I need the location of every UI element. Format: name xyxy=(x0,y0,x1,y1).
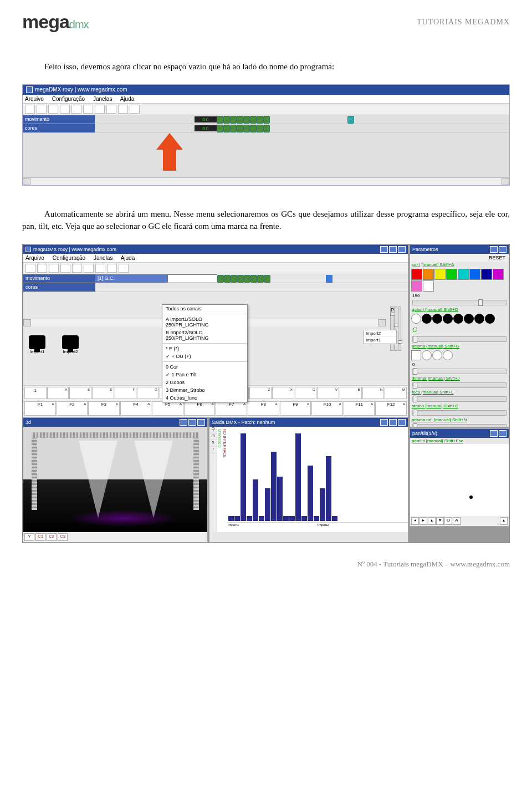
strobo-slider[interactable] xyxy=(412,410,507,416)
param-cor-label[interactable]: cor | [manual] Shift+A xyxy=(410,262,509,268)
toolbar-btn[interactable] xyxy=(107,264,117,273)
reset-button[interactable]: RESET xyxy=(410,254,509,262)
c3-btn[interactable]: C3 xyxy=(58,533,68,541)
green-block[interactable] xyxy=(264,275,270,283)
toolbar-btn[interactable] xyxy=(83,105,93,114)
input-cell[interactable] xyxy=(167,274,217,283)
fkey-f5[interactable]: F5A xyxy=(152,401,183,416)
key-g[interactable]: G xyxy=(137,387,159,399)
cyan-block[interactable] xyxy=(347,116,354,124)
ctx-ou[interactable]: + OU (+) xyxy=(162,353,247,360)
sidelist-item[interactable]: Import1 xyxy=(364,337,396,344)
menu-config[interactable]: Configuração xyxy=(53,255,85,261)
dmx-bar[interactable] xyxy=(234,516,240,520)
green-block[interactable] xyxy=(257,275,264,283)
scroll-track[interactable] xyxy=(30,178,502,185)
fkey-f9[interactable]: F9A xyxy=(280,401,311,416)
scroll-left-btn[interactable] xyxy=(23,178,30,185)
green-block[interactable] xyxy=(263,116,270,124)
color-cyan[interactable] xyxy=(458,269,469,280)
fkey-f10[interactable]: F10A xyxy=(311,401,343,416)
toolbar-btn[interactable] xyxy=(48,105,58,114)
dmx-bar[interactable] xyxy=(277,477,283,521)
green-block[interactable] xyxy=(223,116,230,124)
track-label[interactable]: cores xyxy=(23,124,95,132)
gobo-icon[interactable] xyxy=(453,314,463,324)
close-btn[interactable] xyxy=(398,419,406,426)
key-z[interactable]: Z xyxy=(249,387,272,399)
vslider-a[interactable] xyxy=(398,307,401,351)
menu-ajuda[interactable]: Ajuda xyxy=(120,96,135,102)
gobo-icon[interactable] xyxy=(432,314,442,324)
dmx-bar[interactable] xyxy=(289,516,295,520)
green-block[interactable] xyxy=(237,125,243,132)
toolbar-btn[interactable] xyxy=(25,264,35,273)
key-x[interactable]: X xyxy=(272,387,294,399)
key-a[interactable]: A xyxy=(47,387,69,399)
color-navy[interactable] xyxy=(481,269,492,280)
green-block[interactable] xyxy=(250,275,257,283)
dmx-bar[interactable] xyxy=(314,516,319,520)
gobo-icon[interactable] xyxy=(443,314,453,324)
toolbar-btn[interactable] xyxy=(106,105,116,114)
pt-btn[interactable]: ◂ xyxy=(411,517,419,525)
dmx-bar[interactable] xyxy=(247,516,252,520)
green-block[interactable] xyxy=(243,125,250,132)
horizontal-scrollbar[interactable] xyxy=(23,177,509,185)
gobo-icon[interactable] xyxy=(422,314,432,324)
fkey-f6[interactable]: F6A xyxy=(184,401,216,416)
cor-slider[interactable] xyxy=(412,300,507,305)
toolbar-btn[interactable] xyxy=(95,264,105,273)
vslider-p[interactable]: P xyxy=(390,307,393,351)
maximize-btn[interactable] xyxy=(389,246,397,253)
gobo-icon[interactable] xyxy=(464,314,474,324)
pantilt-xy-area[interactable] xyxy=(410,444,509,516)
ctx-gobos[interactable]: 2 Gobos xyxy=(162,379,247,386)
slider-thumb[interactable] xyxy=(398,340,402,344)
ctx-e[interactable]: * E (*) xyxy=(162,345,247,353)
menu-arquivo[interactable]: Arquivo xyxy=(25,96,44,102)
c1-btn[interactable]: C1 xyxy=(35,533,45,541)
dmx-bar[interactable] xyxy=(253,479,258,521)
pt-btn[interactable]: ▴ xyxy=(500,517,508,525)
gobo-icon[interactable] xyxy=(474,314,484,324)
fkey-f8[interactable]: F8A xyxy=(248,401,279,416)
minimize-btn[interactable] xyxy=(380,246,388,253)
fkey-f11[interactable]: F11A xyxy=(344,401,375,416)
ctx-todos[interactable]: Todos os canais xyxy=(162,305,247,313)
dmx-bar[interactable] xyxy=(301,516,307,520)
key-v[interactable]: V xyxy=(317,387,339,399)
green-block[interactable] xyxy=(257,116,263,124)
toolbar-btn[interactable] xyxy=(130,105,140,114)
color-blue[interactable] xyxy=(469,269,480,280)
toolbar-btn[interactable] xyxy=(60,264,70,273)
toolbar-btn[interactable] xyxy=(72,264,82,273)
pantilt-dot-icon[interactable] xyxy=(469,495,473,499)
fixture-import1[interactable]: Import1 xyxy=(29,335,45,354)
green-block[interactable] xyxy=(237,275,244,283)
dmx-bar[interactable] xyxy=(241,433,246,521)
fkey-f3[interactable]: F3A xyxy=(88,401,120,416)
green-block[interactable] xyxy=(224,275,231,283)
fkey-f2[interactable]: F2A xyxy=(57,401,88,416)
green-block[interactable] xyxy=(244,275,250,283)
prisma-icon[interactable] xyxy=(422,350,432,360)
scroll-right-btn[interactable] xyxy=(502,178,509,185)
dmx-m-btn[interactable]: m xyxy=(209,433,217,440)
blue-block[interactable] xyxy=(326,275,332,283)
c2-btn[interactable]: C2 xyxy=(47,533,57,541)
toolbar-btn[interactable] xyxy=(25,105,35,114)
dmx-bar[interactable] xyxy=(271,452,277,521)
green-block[interactable] xyxy=(243,116,250,124)
key-b[interactable]: B xyxy=(340,387,362,399)
color-magenta[interactable] xyxy=(493,269,504,280)
slider-thumb[interactable] xyxy=(413,410,417,416)
max-btn[interactable] xyxy=(389,419,397,426)
close-btn[interactable] xyxy=(197,419,205,426)
ctx-pantilt[interactable]: 1 Pan e Tilt xyxy=(162,371,247,379)
color-pink[interactable] xyxy=(411,280,422,292)
param-prismarot-label[interactable]: prisma rot. [manual] Shift+N xyxy=(410,417,509,423)
green-block[interactable] xyxy=(231,275,237,283)
dmx-r-btn[interactable]: r xyxy=(209,447,217,453)
color-green[interactable] xyxy=(446,269,457,280)
